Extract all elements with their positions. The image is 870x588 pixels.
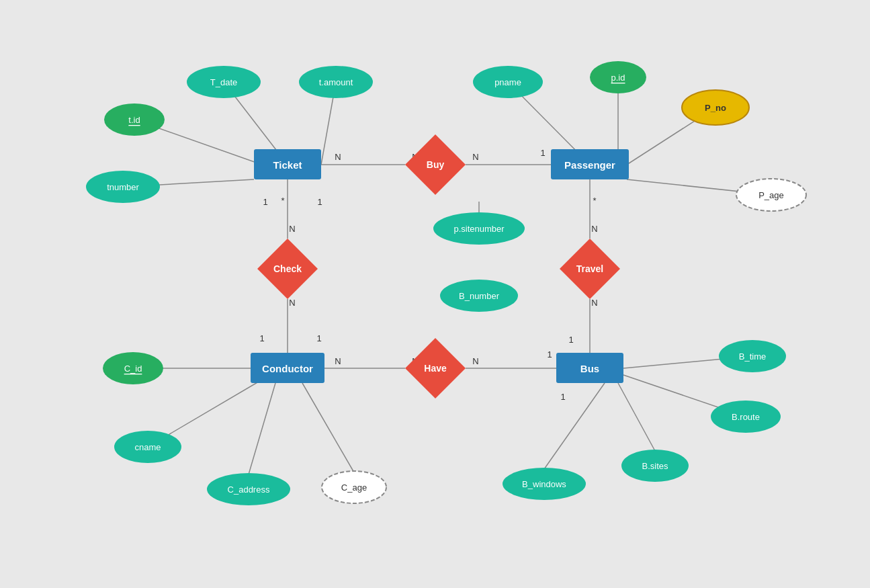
card-bus-1: 1 <box>560 392 565 402</box>
attr-c-address-label: C_address <box>228 485 270 495</box>
attr-p-no-label: P_no <box>705 103 726 113</box>
card-check-cond-1b: 1 <box>316 333 321 343</box>
entity-passenger-label: Passenger <box>564 159 615 171</box>
card-pass-travel-star: * <box>593 196 596 206</box>
attr-b-sites-label: B.sites <box>642 461 668 471</box>
attr-c-id-label: C_id <box>124 364 142 374</box>
card-ticket-check-n: N <box>289 224 295 234</box>
card-buy-pass-buy: N <box>472 152 478 162</box>
card-ticket-check-ticket: * <box>281 196 284 206</box>
attr-b-number-label: B_number <box>459 291 500 301</box>
entity-conductor-label: Conductor <box>262 363 313 374</box>
attr-tnumber-label: tnumber <box>107 182 139 192</box>
card-travel-bus-n: N <box>591 298 597 308</box>
attr-p-id-label: p.id <box>611 73 625 83</box>
attr-t-amount-label: t.amount <box>319 77 353 87</box>
attr-t-id-label: t.id <box>128 115 140 125</box>
card-check-cond-1: 1 <box>259 333 264 343</box>
entity-ticket-label: Ticket <box>273 159 302 171</box>
card-ticket-buy-ticket: N <box>335 152 341 162</box>
relation-buy-label: Buy <box>427 159 445 170</box>
attr-pname-label: pname <box>494 77 521 87</box>
attr-cname-label: cname <box>134 442 161 452</box>
svg-rect-0 <box>0 0 870 588</box>
relation-check-label: Check <box>273 263 302 274</box>
entity-bus-label: Bus <box>580 363 599 374</box>
card-ticket-1: 1 <box>263 197 267 207</box>
attr-b-windows-label: B_windows <box>522 479 566 489</box>
card-have-bus-1: 1 <box>547 349 552 360</box>
attr-p-age-label: P_age <box>758 190 784 200</box>
attr-t-date-label: T_date <box>210 77 237 87</box>
card-check-cond-n: N <box>289 298 295 308</box>
card-have-bus-n: N <box>472 356 478 366</box>
card-cond-have-n: N <box>335 356 341 366</box>
card-travel-bus-1: 1 <box>568 335 573 345</box>
attr-p-sitenumber-label: p.sitenumber <box>453 224 505 234</box>
card-ticket-1b: 1 <box>317 197 322 207</box>
card-buy-pass-pass: 1 <box>540 148 545 158</box>
attr-c-age-label: C_age <box>341 482 367 493</box>
attr-b-time-label: B_time <box>739 351 766 362</box>
relation-travel-label: Travel <box>576 263 603 274</box>
relation-have-label: Have <box>424 363 447 374</box>
er-diagram: N N N 1 * N 1 1 N 1 1 * N N 1 N N N 1 1 … <box>0 0 870 588</box>
attr-b-route-label: B.route <box>732 412 760 422</box>
card-pass-travel-n: N <box>591 224 597 234</box>
